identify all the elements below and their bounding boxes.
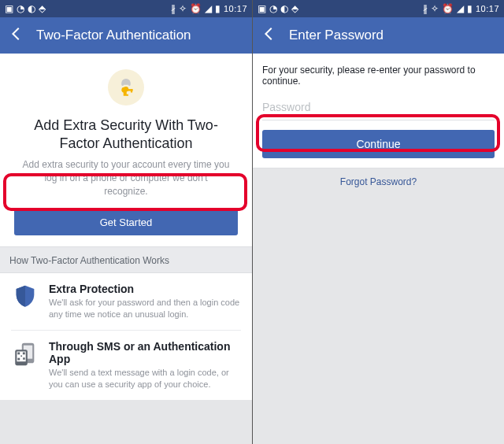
- status-right-icons: ∦ ✧ ⏰ ◢ ▮ 10:17: [171, 4, 247, 13]
- phone-screen-left: ▣ ◔ ◐ ⬘ ∦ ✧ ⏰ ◢ ▮ 10:17 Two-Factor Authe…: [0, 0, 252, 444]
- intro-heading: Add Extra Security With Two-Factor Authe…: [14, 117, 238, 152]
- svg-rect-11: [20, 355, 22, 357]
- status-left-icons: ▣ ◔ ◐ ⬘: [5, 4, 46, 13]
- alarm-icon: ⏰: [190, 4, 202, 13]
- image-icon: ▣: [5, 4, 13, 13]
- app-header: Enter Password: [253, 17, 504, 54]
- battery-icon: ▮: [215, 4, 220, 13]
- svg-rect-3: [131, 89, 132, 92]
- password-prompt: For your security, please re-enter your …: [262, 65, 495, 87]
- signal-icon: ◢: [457, 4, 464, 13]
- list-item: Extra Protection We'll ask for your pass…: [0, 273, 252, 330]
- password-input[interactable]: [262, 98, 495, 120]
- phone-screen-right: ▣ ◔ ◐ ⬘ ∦ ✧ ⏰ ◢ ▮ 10:17 Enter Password F…: [252, 0, 504, 444]
- header-title: Enter Password: [289, 28, 384, 43]
- alarm-icon: ⏰: [442, 4, 454, 13]
- android-statusbar: ▣ ◔ ◐ ⬘ ∦ ✧ ⏰ ◢ ▮ 10:17: [253, 0, 504, 17]
- svg-rect-10: [17, 358, 20, 361]
- list-item: Through SMS or an Authentication App We'…: [11, 330, 241, 400]
- status-time: 10:17: [224, 4, 247, 13]
- maps-icon: ⬘: [291, 4, 298, 13]
- clock-icon: ◔: [269, 4, 277, 13]
- back-arrow-icon[interactable]: [261, 25, 278, 46]
- android-statusbar: ▣ ◔ ◐ ⬘ ∦ ✧ ⏰ ◢ ▮ 10:17: [0, 0, 252, 17]
- vibrate-icon: ✧: [431, 4, 439, 13]
- continue-button[interactable]: Continue: [262, 130, 495, 158]
- section-header: How Two-Factor Authentication Works: [0, 246, 252, 273]
- status-time: 10:17: [476, 4, 499, 13]
- maps-icon: ⬘: [39, 4, 46, 13]
- shield-icon: [11, 283, 39, 311]
- forgot-password-link[interactable]: Forgot Password?: [253, 168, 504, 191]
- list-item-desc: We'll ask for your password and then a l…: [49, 297, 241, 320]
- app-icon: ◐: [28, 4, 35, 13]
- bluetooth-icon: ∦: [171, 4, 176, 13]
- lock-key-icon: [108, 69, 144, 105]
- app-icon: ◐: [280, 4, 288, 13]
- phone-qr-icon: [11, 340, 39, 368]
- status-left-icons: ▣ ◔ ◐ ⬘: [258, 4, 298, 13]
- vibrate-icon: ✧: [179, 4, 187, 13]
- password-card: For your security, please re-enter your …: [253, 54, 504, 168]
- clock-icon: ◔: [17, 4, 24, 13]
- get-started-button[interactable]: Get Started: [14, 209, 238, 235]
- header-title: Two-Factor Authentication: [36, 28, 191, 43]
- list-item-desc: We'll send a text message with a login c…: [49, 367, 241, 390]
- bluetooth-icon: ∦: [423, 4, 428, 13]
- signal-icon: ◢: [205, 4, 212, 13]
- back-arrow-icon[interactable]: [8, 25, 25, 46]
- battery-icon: ▮: [467, 4, 472, 13]
- svg-rect-9: [23, 353, 25, 355]
- list-item-title: Extra Protection: [49, 283, 241, 295]
- info-list: Extra Protection We'll ask for your pass…: [0, 273, 252, 399]
- list-item-title: Through SMS or an Authentication App: [49, 340, 241, 365]
- status-right-icons: ∦ ✧ ⏰ ◢ ▮ 10:17: [423, 4, 499, 13]
- intro-card: Add Extra Security With Two-Factor Authe…: [0, 54, 252, 246]
- app-header: Two-Factor Authentication: [0, 17, 252, 54]
- intro-subheading: Add extra security to your account every…: [14, 158, 238, 198]
- svg-rect-12: [23, 357, 25, 360]
- image-icon: ▣: [258, 4, 266, 13]
- svg-rect-8: [17, 353, 20, 355]
